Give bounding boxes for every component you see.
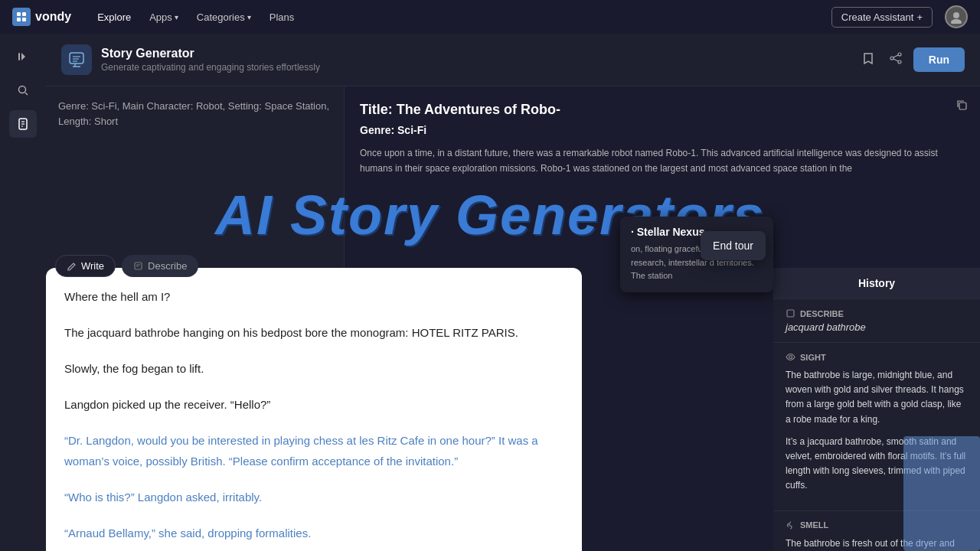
svg-rect-28 bbox=[787, 310, 794, 317]
svg-point-20 bbox=[890, 57, 893, 60]
history-describe-value: jacquard bathrobe bbox=[786, 321, 968, 333]
create-assistant-button[interactable]: Create Assistant + bbox=[831, 7, 933, 28]
output-paragraph1: Once upon a time, in a distant future, t… bbox=[360, 145, 965, 177]
end-tour-tooltip: End tour bbox=[701, 231, 766, 260]
svg-rect-6 bbox=[18, 53, 20, 60]
share-button[interactable] bbox=[886, 48, 906, 72]
app-header: Story Generator Generate captivating and… bbox=[46, 34, 980, 86]
svg-rect-0 bbox=[17, 12, 21, 16]
svg-rect-24 bbox=[959, 103, 966, 109]
genre-input-text[interactable]: Genre: Sci-Fi, Main Character: Robot, Se… bbox=[58, 99, 332, 129]
svg-line-22 bbox=[893, 55, 898, 57]
svg-point-7 bbox=[19, 86, 26, 93]
story-line2: The jacquard bathrobe hanging on his bed… bbox=[64, 322, 564, 343]
svg-rect-13 bbox=[70, 53, 83, 64]
history-sight-label: SIGHT bbox=[786, 352, 968, 362]
run-button[interactable]: Run bbox=[913, 47, 965, 72]
user-avatar[interactable] bbox=[945, 5, 968, 28]
story-line6: “Who is this?” Langdon asked, irritably. bbox=[64, 487, 564, 507]
top-navigation: vondy Explore Apps ▾ Categories ▾ Plans … bbox=[0, 0, 980, 34]
svg-rect-1 bbox=[22, 12, 26, 16]
collapse-sidebar-icon[interactable] bbox=[9, 43, 37, 70]
story-area[interactable]: Where the hell am I? The jacquard bathro… bbox=[46, 268, 582, 551]
describe-tab[interactable]: Describe bbox=[122, 255, 198, 277]
search-icon[interactable] bbox=[9, 77, 37, 104]
history-describe-label: DESCRIBE bbox=[786, 308, 968, 318]
svg-line-23 bbox=[893, 59, 898, 61]
app-title-section: Story Generator Generate captivating and… bbox=[61, 44, 320, 75]
app-title-text: Story Generator Generate captivating and… bbox=[101, 47, 320, 73]
write-tab[interactable]: Write bbox=[55, 255, 116, 277]
story-line1: Where the hell am I? bbox=[64, 286, 564, 307]
nav-plans[interactable]: Plans bbox=[262, 7, 302, 28]
svg-point-19 bbox=[898, 53, 901, 56]
document-icon[interactable] bbox=[9, 110, 37, 138]
apps-chevron-icon: ▾ bbox=[175, 13, 178, 21]
app-icon bbox=[61, 44, 92, 75]
story-text: Where the hell am I? The jacquard bathro… bbox=[64, 286, 564, 543]
nav-categories[interactable]: Categories ▾ bbox=[189, 7, 259, 28]
history-sight-text1: The bathrobe is large, midnight blue, an… bbox=[786, 368, 968, 427]
logo[interactable]: vondy bbox=[12, 8, 71, 26]
end-tour-label[interactable]: End tour bbox=[713, 240, 753, 252]
nav-links: Explore Apps ▾ Categories ▾ Plans bbox=[90, 7, 831, 28]
output-title: Title: The Adventures of Robo- bbox=[360, 102, 965, 118]
write-describe-tabs: Write Describe bbox=[46, 249, 207, 283]
output-genre: Genre: Sci-Fi bbox=[360, 124, 965, 136]
svg-line-8 bbox=[25, 93, 28, 95]
svg-rect-2 bbox=[17, 18, 21, 21]
app-actions: Run bbox=[858, 47, 965, 72]
nav-apps[interactable]: Apps ▾ bbox=[142, 7, 186, 28]
categories-chevron-icon: ▾ bbox=[247, 13, 251, 21]
story-line5: “Dr. Langdon, would you be interested in… bbox=[64, 430, 564, 471]
history-describe-section: DESCRIBE jacquard bathrobe bbox=[773, 299, 980, 343]
svg-point-21 bbox=[898, 60, 901, 64]
svg-point-29 bbox=[789, 356, 792, 359]
svg-rect-3 bbox=[22, 18, 26, 21]
app-title: Story Generator bbox=[101, 47, 320, 60]
history-header: History bbox=[773, 268, 980, 299]
logo-icon bbox=[12, 8, 31, 26]
app-subtitle: Generate captivating and engaging storie… bbox=[101, 62, 320, 73]
left-sidebar bbox=[0, 34, 46, 551]
bookmark-button[interactable] bbox=[858, 48, 878, 72]
story-line7: “Arnaud Bellamy,” she said, dropping for… bbox=[64, 523, 564, 543]
story-line3: Slowly, the fog began to lift. bbox=[64, 358, 564, 379]
logo-text: vondy bbox=[35, 10, 71, 24]
copy-button[interactable] bbox=[956, 99, 968, 114]
svg-point-5 bbox=[951, 19, 962, 24]
nav-explore[interactable]: Explore bbox=[90, 7, 139, 28]
svg-point-4 bbox=[953, 12, 959, 18]
story-line4: Langdon picked up the receiver. “Hello?” bbox=[64, 394, 564, 415]
blue-overlay-decoration bbox=[903, 436, 980, 551]
